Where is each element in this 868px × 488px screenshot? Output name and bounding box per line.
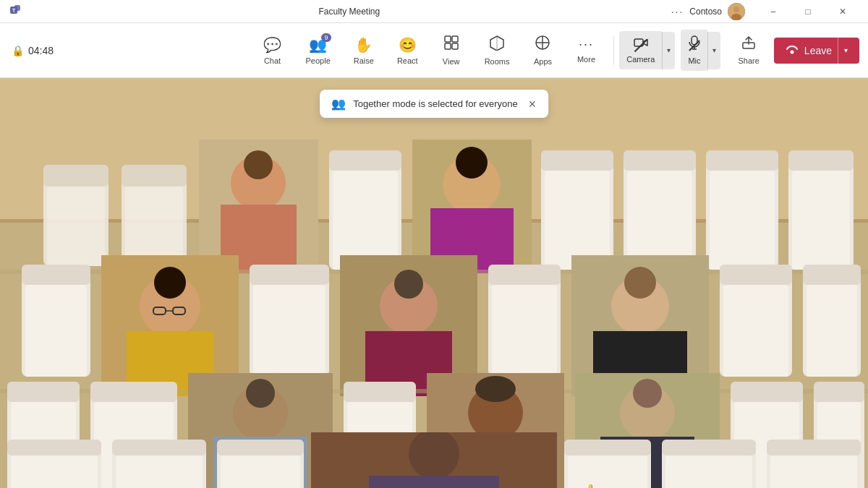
toolbar-divider: [613, 36, 614, 65]
rooms-icon: [489, 35, 505, 54]
minimize-btn[interactable]: –: [757, 0, 790, 23]
svg-rect-110: [662, 440, 756, 455]
share-icon: [741, 35, 756, 53]
svg-rect-7: [452, 36, 458, 42]
svg-rect-98: [7, 440, 101, 455]
svg-rect-49: [792, 171, 850, 270]
svg-rect-102: [116, 455, 203, 488]
rooms-btn[interactable]: Rooms: [473, 29, 522, 72]
leave-label: Leave: [804, 45, 832, 56]
svg-rect-9: [452, 43, 458, 49]
react-label: React: [397, 56, 418, 65]
more-icon: ···: [579, 37, 594, 52]
chat-btn[interactable]: 💬 Chat: [251, 30, 294, 71]
svg-rect-57: [250, 265, 329, 285]
svg-rect-30: [125, 187, 183, 266]
svg-rect-62: [488, 265, 561, 285]
people-label: People: [306, 56, 331, 65]
svg-point-4: [733, 7, 739, 12]
title-bar: T Faculty Meeting ··· Contoso – □ ✕: [0, 0, 868, 23]
svg-rect-68: [723, 285, 788, 377]
svg-rect-107: [564, 440, 651, 455]
svg-rect-53: [25, 285, 87, 377]
raise-icon: ✋: [354, 36, 373, 53]
notification-close-btn[interactable]: ✕: [528, 98, 537, 110]
maximize-btn[interactable]: □: [791, 0, 825, 23]
svg-rect-35: [333, 171, 398, 270]
svg-rect-39: [541, 150, 613, 171]
svg-rect-58: [253, 285, 326, 377]
notification-icon: 👥: [331, 97, 346, 111]
svg-rect-89: [731, 382, 803, 402]
svg-rect-105: [221, 455, 300, 488]
camera-label: Camera: [626, 55, 655, 64]
svg-rect-8: [445, 43, 451, 49]
mic-label: Mic: [688, 56, 700, 65]
svg-rect-77: [90, 382, 177, 402]
close-btn[interactable]: ✕: [826, 0, 859, 23]
svg-rect-71: [807, 285, 857, 377]
svg-rect-74: [7, 382, 80, 402]
view-label: View: [443, 57, 460, 66]
mic-group: Mic ▾: [681, 30, 720, 71]
mic-icon: [689, 35, 700, 53]
together-mode-scene: 👆: [0, 78, 868, 488]
camera-btn[interactable]: Camera: [619, 31, 662, 69]
together-mode-notification: 👥 Together mode is selected for everyone…: [320, 90, 548, 118]
notification-text: Together mode is selected for everyone: [353, 98, 518, 109]
svg-rect-29: [122, 165, 187, 187]
main-content: 👆 👥 Together mode is selected for everyo…: [0, 78, 868, 488]
camera-chevron[interactable]: ▾: [662, 32, 675, 69]
mic-btn[interactable]: Mic: [681, 30, 707, 71]
view-btn[interactable]: View: [430, 29, 473, 72]
leave-chevron[interactable]: ▾: [838, 38, 848, 64]
svg-rect-104: [217, 440, 304, 455]
svg-rect-70: [803, 265, 861, 285]
svg-rect-63: [492, 285, 557, 377]
more-label: More: [577, 55, 595, 64]
svg-point-20: [790, 51, 793, 54]
camera-group: Camera ▾: [619, 31, 675, 69]
more-btn[interactable]: ··· More: [564, 31, 608, 69]
apps-label: Apps: [534, 57, 552, 66]
share-label: Share: [738, 56, 759, 65]
rooms-label: Rooms: [485, 57, 510, 66]
teams-logo: T: [9, 4, 22, 20]
raise-label: Raise: [354, 56, 374, 65]
svg-rect-111: [665, 455, 752, 488]
svg-rect-15: [634, 39, 643, 46]
title-bar-right: ··· Contoso – □ ✕: [671, 0, 859, 23]
svg-text:👆: 👆: [579, 483, 608, 488]
user-avatar[interactable]: [728, 3, 745, 20]
svg-rect-45: [706, 150, 778, 171]
svg-rect-99: [11, 455, 98, 488]
toolbar-left: 🔒 04:48: [12, 45, 54, 56]
svg-rect-101: [112, 440, 206, 455]
svg-rect-16: [692, 36, 697, 45]
meeting-title: Faculty Meeting: [27, 7, 671, 17]
more-options-btn[interactable]: ···: [671, 6, 684, 17]
people-btn[interactable]: 👥 9 People: [294, 30, 342, 71]
leave-icon: [786, 43, 799, 58]
svg-rect-27: [47, 187, 105, 266]
camera-icon: [634, 37, 648, 52]
svg-rect-6: [445, 36, 451, 42]
svg-rect-42: [624, 150, 696, 171]
react-btn[interactable]: 😊 React: [386, 30, 430, 71]
svg-rect-82: [344, 382, 416, 402]
apps-btn[interactable]: Apps: [521, 29, 564, 72]
shield-icon: 🔒: [12, 45, 24, 56]
apps-icon: [535, 35, 550, 54]
svg-rect-114: [770, 455, 857, 488]
svg-text:T: T: [12, 8, 16, 13]
raise-btn[interactable]: ✋ Raise: [342, 30, 386, 71]
svg-rect-43: [627, 171, 692, 270]
share-btn[interactable]: Share: [726, 30, 770, 71]
leave-btn[interactable]: Leave ▾: [774, 38, 859, 64]
window-controls: – □ ✕: [757, 0, 859, 23]
mic-chevron[interactable]: ▾: [707, 32, 720, 69]
svg-rect-26: [43, 165, 109, 187]
svg-rect-52: [22, 265, 90, 285]
svg-rect-67: [720, 265, 792, 285]
svg-rect-92: [814, 382, 864, 402]
